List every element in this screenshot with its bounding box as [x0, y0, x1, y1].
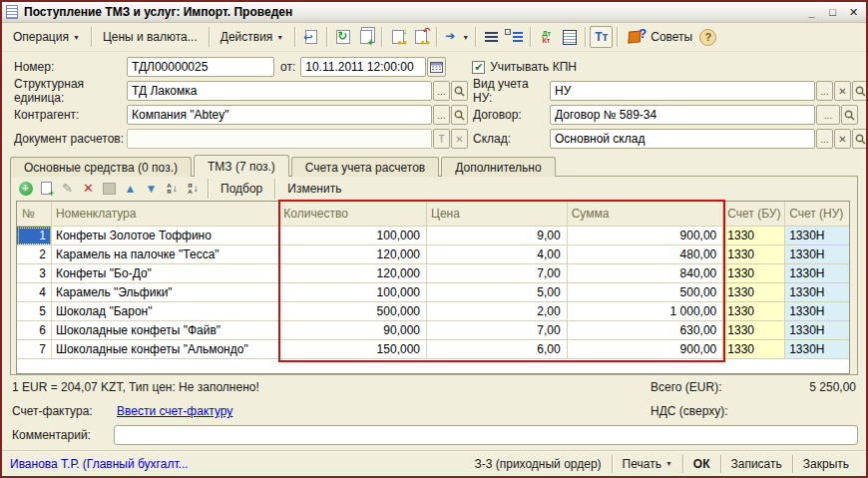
cell[interactable]: 150,000 — [279, 340, 427, 359]
goto-icon[interactable]: ➔▼ — [441, 26, 471, 48]
pick-button[interactable]: Подбор — [213, 180, 270, 198]
nu-account-type-clear-button[interactable]: ✕ — [834, 81, 851, 101]
reread-icon[interactable]: ↩ — [299, 26, 322, 48]
print-button[interactable]: Печать▼ — [614, 454, 681, 474]
warehouse-clear-button[interactable]: ✕ — [834, 129, 851, 149]
structural-unit-search-button[interactable] — [451, 81, 468, 101]
calendar-button[interactable] — [427, 57, 446, 77]
nu-account-type-input[interactable]: НУ — [550, 81, 815, 101]
end-edit-icon[interactable] — [99, 179, 120, 198]
col-account-bu[interactable]: Счет (БУ) — [723, 202, 785, 227]
settlement-document-input[interactable] — [127, 129, 432, 149]
cell[interactable]: 1330 — [723, 264, 785, 283]
cell[interactable]: 1330Н — [785, 340, 849, 359]
cell[interactable]: 1 — [17, 227, 52, 245]
cell[interactable]: 5 — [17, 302, 52, 321]
settlement-document-text-button[interactable]: Т — [433, 129, 450, 149]
tab-tmz[interactable]: ТМЗ (7 поз.) — [194, 155, 289, 177]
cell[interactable]: 1330Н — [785, 227, 849, 245]
cell[interactable]: 7,00 — [427, 264, 568, 283]
cell[interactable]: Шоколадные конфеты "Альмондо" — [52, 340, 279, 359]
rows-icon[interactable] — [480, 26, 503, 48]
tab-settlement-accounts[interactable]: Счета учета расчетов — [291, 157, 439, 177]
table-row[interactable]: 5Шоколад "Барон"500,0002,001 000,0013301… — [17, 302, 849, 321]
cell[interactable]: Конфеты "Бо-До" — [52, 264, 279, 283]
warehouse-select-button[interactable]: ... — [816, 129, 833, 149]
cell[interactable]: 1330 — [723, 283, 785, 302]
cell[interactable]: 1330 — [723, 340, 785, 359]
cell[interactable]: 900,00 — [568, 340, 724, 359]
cell[interactable]: 1330Н — [785, 321, 849, 340]
doclist-icon[interactable] — [558, 26, 581, 48]
col-quantity[interactable]: Количество — [279, 202, 427, 227]
order-button[interactable]: З-3 (приходный ордер) — [465, 454, 610, 474]
copy-row-icon[interactable]: ＋ — [36, 179, 57, 198]
cell[interactable]: 4,00 — [427, 245, 568, 264]
copy-add-icon[interactable]: ＋ — [354, 26, 377, 48]
maximize-button[interactable]: □ — [824, 5, 841, 20]
col-price[interactable]: Цена — [427, 202, 568, 227]
tab-additional[interactable]: Дополнительно — [441, 157, 555, 177]
unpost-icon[interactable]: ↶●● — [409, 26, 432, 48]
cell[interactable]: Карамель на палочке "Тесса" — [52, 245, 279, 264]
contract-select-button[interactable]: ... — [816, 105, 840, 125]
counterparty-input[interactable]: Компания "Abtey" — [127, 105, 432, 125]
cell[interactable]: 90,000 — [279, 321, 427, 340]
cell[interactable]: 2,00 — [427, 302, 568, 321]
cell[interactable]: 1330Н — [785, 283, 849, 302]
cell[interactable]: 1330 — [723, 227, 785, 245]
move-up-icon[interactable]: ▲ — [120, 179, 141, 198]
dtkt-icon[interactable]: ДтКт — [535, 26, 558, 48]
cell[interactable]: 840,00 — [568, 264, 724, 283]
structural-unit-input[interactable]: ТД Лакомка — [127, 81, 432, 101]
cell[interactable]: 1330 — [723, 321, 785, 340]
table-row[interactable]: 2Карамель на палочке "Тесса"120,0004,004… — [17, 245, 849, 264]
table-row[interactable]: 1Конфеты Золотое Тоффино100,0009,00900,0… — [17, 227, 849, 245]
sort-desc-icon[interactable]: ЯА↓ — [183, 179, 204, 198]
contract-search-button[interactable] — [841, 105, 858, 125]
contract-input[interactable]: Договор № 589-34 — [550, 105, 815, 125]
help-icon[interactable]: ? — [699, 29, 716, 46]
cell[interactable]: 480,00 — [568, 245, 724, 264]
cell[interactable]: 7 — [17, 340, 52, 359]
kpn-checkbox[interactable]: ✔ Учитывать КПН — [472, 60, 577, 74]
cell[interactable]: 500,000 — [279, 302, 427, 321]
col-account-nu[interactable]: Счет (НУ) — [785, 202, 849, 227]
close-button[interactable]: ✕ — [845, 5, 862, 20]
warehouse-search-button[interactable] — [852, 129, 868, 149]
counterparty-search-button[interactable] — [451, 105, 468, 125]
cell[interactable]: Шоколадные конфеты "Файв" — [52, 321, 279, 340]
cell[interactable]: 900,00 — [568, 227, 724, 245]
structural-unit-select-button[interactable]: ... — [433, 81, 450, 101]
cell[interactable]: 4 — [17, 283, 52, 302]
table-row[interactable]: 7Шоколадные конфеты "Альмондо"150,0006,0… — [17, 340, 849, 359]
cell[interactable]: Шоколад "Барон" — [52, 302, 279, 321]
cell[interactable]: 7,00 — [427, 321, 568, 340]
minimize-button[interactable]: _ — [803, 5, 820, 20]
delete-row-icon[interactable]: ✕ — [78, 179, 99, 198]
cell[interactable]: 5,00 — [427, 283, 568, 302]
move-down-icon[interactable]: ▼ — [141, 179, 162, 198]
actions-button[interactable]: Действия▼ — [214, 27, 291, 47]
cell[interactable]: 3 — [17, 264, 52, 283]
col-number[interactable]: № — [17, 202, 52, 227]
cell[interactable]: Конфеты Золотое Тоффино — [52, 227, 279, 245]
cell[interactable]: 1330Н — [785, 302, 849, 321]
ok-button[interactable]: ОК — [684, 454, 719, 474]
cell[interactable]: 1330 — [723, 302, 785, 321]
advice-button[interactable]: ? Советы — [622, 25, 699, 49]
counterparty-select-button[interactable]: ... — [433, 105, 450, 125]
cell[interactable]: 630,00 — [568, 321, 724, 340]
tab-fixed-assets[interactable]: Основные средства (0 поз.) — [10, 157, 192, 177]
date-input[interactable]: 10.11.2011 12:00:00 — [300, 57, 426, 77]
post-icon[interactable]: ↓●● — [386, 26, 409, 48]
cell[interactable]: 1330Н — [785, 264, 849, 283]
refresh-icon[interactable]: ↻ — [331, 26, 354, 48]
cell[interactable]: 6,00 — [427, 340, 568, 359]
cell[interactable]: 120,000 — [279, 264, 427, 283]
nu-account-type-search-button[interactable] — [852, 81, 868, 101]
cell[interactable]: 100,000 — [279, 227, 427, 245]
col-nomenclature[interactable]: Номенклатура — [52, 202, 279, 227]
cell[interactable]: 500,00 — [568, 283, 724, 302]
cell[interactable]: Карамель "Эльфики" — [52, 283, 279, 302]
